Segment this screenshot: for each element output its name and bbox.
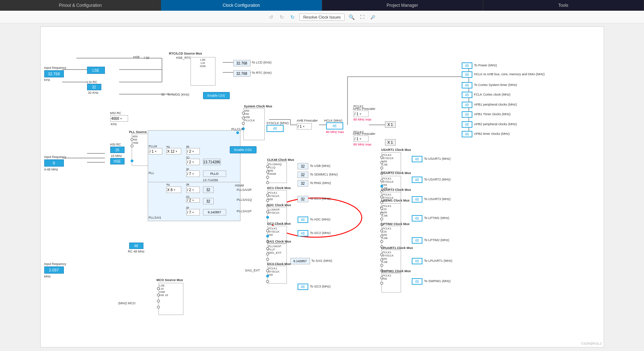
to-hclk-ahb-label: HCLK to AHB bus, core, memory and DMA (M…: [474, 72, 545, 76]
sai1-dot-2: [266, 253, 269, 255]
sysclk-val-box[interactable]: 48: [267, 125, 284, 132]
refresh-button[interactable]: ↻: [289, 13, 296, 21]
pllsai1-r-dropdown[interactable]: / 2: [186, 187, 200, 193]
to-lcd-label: To LCD (KHz): [252, 61, 272, 64]
resolve-clock-button[interactable]: Resolve Clock Issues: [299, 14, 345, 21]
pllsai1-n-label: *N: [166, 183, 170, 187]
ahb-prescaler-label: AHB Prescaler: [297, 119, 318, 122]
apb2-prescaler-dropdown[interactable]: / 1: [354, 136, 369, 142]
pllm-label: PLLM: [149, 144, 157, 148]
usart1-dot-1: [380, 156, 383, 159]
apb1-prescaler-dropdown[interactable]: / 1: [354, 111, 369, 117]
zoom-fit-icon[interactable]: ⛶: [358, 13, 366, 21]
lptim2-mux-block: PCLK1LSIHSILSE: [381, 226, 401, 249]
pllp-dropdown[interactable]: / 7: [186, 171, 200, 177]
input-freq-2-box[interactable]: 8: [44, 159, 64, 167]
rtc-lcd-mux-block: LSELSIHSE: [191, 57, 215, 86]
hsi-rc-box[interactable]: 16: [110, 147, 125, 153]
lptim2-dot-1: [380, 229, 383, 232]
lptim1-dot-3: [380, 218, 383, 220]
usart2-dot-1: [380, 179, 383, 182]
lse-box[interactable]: LSE: [87, 67, 105, 74]
to-lcd-val-box: 32.768: [233, 60, 250, 66]
tab-clock[interactable]: Clock Configuration: [161, 0, 322, 11]
to-rng-label: To RNG (MHz): [310, 181, 331, 185]
undo-button[interactable]: ↺: [267, 13, 275, 21]
to-lpuart1-val: 48: [412, 258, 422, 264]
i2c3-mux-block: PCLK1SYSCLKHSI: [267, 266, 287, 284]
pllsai1-label: PLLSAI1: [149, 216, 162, 219]
to-sdmmc-label: To SDMMC1 (MHz): [310, 173, 338, 176]
input-freq-3-box[interactable]: 2.097: [44, 266, 64, 274]
to-lptim1-label: To LPTIM1 (MHz): [424, 216, 450, 220]
rc48-box[interactable]: 48: [129, 243, 143, 249]
input-freq-1-box[interactable]: 32.768: [44, 70, 64, 77]
to-power-val: 48: [462, 62, 472, 69]
to-rtc-label: To RTC (KHz): [252, 71, 272, 75]
lptim1-mux-label: LPTIM1 Clock Mux: [381, 199, 410, 202]
to-sdmmc-val: 32: [298, 172, 308, 178]
to-usart2-val: 48: [412, 177, 422, 183]
to-usart2-label: To USART2 (MHz): [424, 178, 451, 181]
mco-dot-hsi16: [157, 306, 160, 309]
hse-div-label: / 32: [144, 56, 149, 60]
to-adc-label: To ADC (MHz): [310, 218, 331, 221]
redo-button[interactable]: ↻: [278, 13, 286, 21]
mux-dot-msi: [242, 112, 245, 115]
plln-dropdown[interactable]: X 12: [166, 148, 181, 154]
to-lptim2-val: 48: [412, 237, 422, 244]
i2c2-dot-1: [266, 229, 269, 232]
msi-rc-unit: KHz: [111, 122, 117, 126]
main-canvas: RTC/LCD Source Mux Input frequency 32.76…: [40, 26, 604, 347]
swpmi1-mux-label: SWPMI1 Clock Mux: [381, 269, 411, 273]
ahb-prescaler-dropdown[interactable]: / 1: [297, 123, 312, 129]
pllsai1-p-dropdown[interactable]: / 7: [186, 209, 200, 215]
to-i2c1-val: 32: [298, 196, 308, 202]
swpmi1-dot-1: [380, 276, 383, 279]
tab-tools[interactable]: Tools: [483, 0, 644, 11]
to-usb-label: To USB (MHz): [310, 164, 331, 168]
adc-dot-1: [266, 210, 269, 213]
sai1-dot-3: [266, 258, 269, 261]
i2c1-mux-label: I2C1 Clock Mux: [267, 186, 291, 190]
to-i2c3-val: 48: [298, 284, 308, 290]
usart1-mux-block: PCLK2SYSCLKHSILSE: [381, 152, 401, 172]
sai1-dot-1: [266, 247, 269, 250]
to-apb1-periph-label: APB1 peripheral clocks (MHz): [474, 103, 517, 106]
hse-pll-box[interactable]: HSE: [110, 158, 125, 164]
pllr-dropdown[interactable]: / 2: [186, 148, 200, 154]
to-apb2-timer-label: APB2 timer clocks (MHz): [474, 132, 510, 136]
sai1-mux-label: SAI1 Clock Mux: [267, 240, 291, 243]
pllo-val-box: 13.714286: [203, 159, 221, 165]
lsi-rc-box[interactable]: 32: [87, 84, 101, 90]
to-rng-val: 32: [298, 180, 308, 187]
pllm-dropdown[interactable]: / 1: [149, 148, 162, 154]
pllsai1-q-dropdown[interactable]: / 2: [186, 198, 200, 203]
enable-css-1-button[interactable]: Enable CSS: [203, 92, 230, 99]
mco-label: (MHz) MCO: [118, 301, 136, 305]
tab-pinout[interactable]: Pinout & Configuration: [0, 0, 161, 11]
to-swpmi1-val: 48: [412, 278, 422, 285]
to-usb-val: 32: [298, 163, 308, 169]
lsi-rc-unit: 32 KHz: [88, 91, 99, 95]
enable-css-2-button[interactable]: Enable CSS: [230, 146, 257, 153]
mco-dot-hse: [157, 300, 160, 302]
msi-rc-dropdown[interactable]: 4000: [110, 115, 128, 122]
to-lptim2-label: To LPTIM2 (MHz): [424, 238, 450, 242]
pclk2-label: PCLK2: [354, 130, 364, 134]
i2c3-mux-label: I2C3 Clock Mux: [267, 262, 291, 266]
lptim1-dot-2: [380, 212, 383, 215]
pllsai1-n-dropdown[interactable]: X 8: [166, 187, 181, 193]
usart3-mux-label: USART3 Clock Mux: [381, 188, 411, 192]
lpuart1-dot-3: [380, 264, 383, 267]
to-usart1-label: To USART1 (MHz): [424, 157, 451, 161]
top-nav: Pinout & Configuration Clock Configurati…: [0, 0, 644, 11]
zoom-out-icon[interactable]: 🔍: [369, 13, 377, 21]
pllq-dropdown[interactable]: / 2: [186, 159, 200, 165]
usart1-mux-label: USART1 Clock Mux: [381, 148, 411, 152]
hse-top-label: HSE: [133, 55, 140, 59]
zoom-in-icon[interactable]: 🔍: [348, 13, 355, 21]
hclk-val-box[interactable]: 48: [326, 122, 343, 129]
tab-project[interactable]: Project Manager: [322, 0, 483, 11]
lsi-rc-label: LSI RC: [87, 80, 97, 84]
